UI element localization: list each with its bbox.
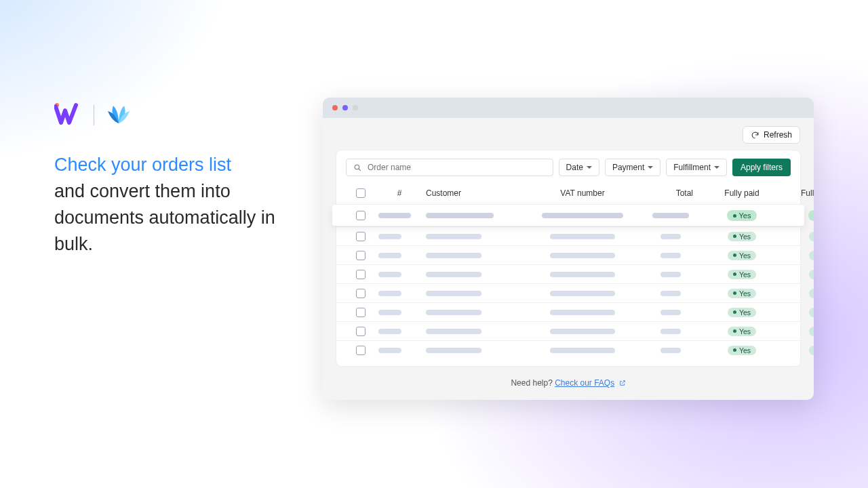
logo-divider xyxy=(94,105,94,125)
row-checkbox[interactable] xyxy=(356,270,366,279)
window-titlebar xyxy=(323,98,814,118)
row-checkbox[interactable] xyxy=(356,211,366,220)
fulfilled-badge: Yes xyxy=(809,346,814,355)
cell-hash-placeholder xyxy=(378,329,401,334)
cell-customer-placeholder xyxy=(426,253,481,258)
table-row[interactable]: YesYes xyxy=(336,226,800,245)
cell-customer-placeholder xyxy=(426,272,481,277)
window-dot-red xyxy=(332,105,338,110)
filter-fulfillment[interactable]: Fulfillment xyxy=(666,159,727,176)
cell-total-placeholder xyxy=(660,272,681,277)
fulfilled-badge: Yes xyxy=(809,232,814,241)
cell-vat-placeholder xyxy=(550,272,615,277)
cell-vat-placeholder xyxy=(550,310,615,315)
cell-hash-placeholder xyxy=(378,291,401,296)
paid-badge: Yes xyxy=(728,327,756,336)
apply-filters-label: Apply filters xyxy=(741,163,783,172)
cell-customer-placeholder xyxy=(426,291,481,296)
svg-point-1 xyxy=(355,165,359,169)
cell-hash-placeholder xyxy=(378,234,401,239)
table-row[interactable]: YesYes xyxy=(336,245,800,264)
row-checkbox[interactable] xyxy=(356,308,366,317)
filters-row: Date Payment Fulfillment Apply filters xyxy=(336,150,800,183)
cell-hash-placeholder xyxy=(378,310,401,315)
table-row[interactable]: YesYes xyxy=(336,283,800,302)
row-checkbox[interactable] xyxy=(356,251,366,260)
fulfilled-badge: Yes xyxy=(809,308,814,317)
window-dot-purple xyxy=(342,105,348,110)
headline-line1: Check your orders list xyxy=(54,155,231,175)
col-vat: VAT number xyxy=(525,187,640,199)
fulfilled-badge: Yes xyxy=(808,210,814,221)
filter-payment[interactable]: Payment xyxy=(605,159,660,176)
chevron-down-icon xyxy=(714,166,719,169)
paid-badge: Yes xyxy=(728,232,756,241)
row-checkbox[interactable] xyxy=(356,232,366,241)
cell-hash-placeholder xyxy=(378,213,411,218)
cell-hash-placeholder xyxy=(378,253,401,258)
col-total: Total xyxy=(640,187,701,199)
search-wrapper[interactable] xyxy=(346,159,553,176)
row-checkbox[interactable] xyxy=(356,327,366,336)
help-prefix: Need help? xyxy=(511,378,555,388)
filter-date-label: Date xyxy=(566,163,583,172)
logo-leaf-icon xyxy=(106,103,131,127)
paid-badge: Yes xyxy=(728,308,756,317)
cell-customer-placeholder xyxy=(426,234,481,239)
orders-card: Date Payment Fulfillment Apply filters #… xyxy=(336,150,800,366)
svg-line-2 xyxy=(359,169,361,171)
app-window: Refresh Date Payment Fulfillment Apply f… xyxy=(323,98,814,400)
table-row[interactable]: YesYes xyxy=(336,321,800,340)
select-all-checkbox[interactable] xyxy=(356,188,366,198)
paid-badge: Yes xyxy=(728,346,756,355)
col-fulfilled: Fully fulfilled xyxy=(783,187,814,199)
cell-vat-placeholder xyxy=(542,213,623,218)
row-checkbox[interactable] xyxy=(356,289,366,298)
paid-badge: Yes xyxy=(727,210,757,221)
filter-date[interactable]: Date xyxy=(559,159,599,176)
cell-hash-placeholder xyxy=(378,348,401,353)
cell-total-placeholder xyxy=(660,329,681,334)
paid-badge: Yes xyxy=(728,289,756,298)
headline-rest: and convert them into documents automati… xyxy=(54,181,275,254)
window-dot-grey xyxy=(353,105,358,110)
cell-vat-placeholder xyxy=(550,234,615,239)
cell-total-placeholder xyxy=(660,348,681,353)
orders-table: # Customer VAT number Total Fully paid F… xyxy=(336,183,800,359)
cell-vat-placeholder xyxy=(550,348,615,353)
help-link[interactable]: Check our FAQs xyxy=(555,378,614,388)
refresh-button[interactable]: Refresh xyxy=(743,126,800,144)
table-row[interactable]: YesYes xyxy=(336,340,800,359)
cell-total-placeholder xyxy=(660,253,681,258)
chevron-down-icon xyxy=(648,166,653,169)
apply-filters-button[interactable]: Apply filters xyxy=(732,159,791,176)
filter-fulfillment-label: Fulfillment xyxy=(673,163,711,172)
fulfilled-badge: Yes xyxy=(809,251,814,260)
refresh-icon xyxy=(751,131,760,140)
table-row[interactable]: YesYes xyxy=(336,302,800,321)
cell-vat-placeholder xyxy=(550,253,615,258)
table-row[interactable]: YesYes xyxy=(332,204,804,226)
row-checkbox[interactable] xyxy=(356,346,366,355)
refresh-label: Refresh xyxy=(764,130,792,140)
fulfilled-badge: Yes xyxy=(809,289,814,298)
col-hash: # xyxy=(376,187,423,199)
filter-payment-label: Payment xyxy=(612,163,644,172)
cell-customer-placeholder xyxy=(426,213,494,218)
external-link-icon xyxy=(619,380,626,386)
paid-badge: Yes xyxy=(728,270,756,279)
fulfilled-badge: Yes xyxy=(809,270,814,279)
col-customer: Customer xyxy=(423,187,525,199)
logo-row xyxy=(54,100,285,130)
search-icon xyxy=(353,163,362,172)
cell-hash-placeholder xyxy=(378,272,401,277)
logo-w-icon xyxy=(54,102,81,128)
table-row[interactable]: YesYes xyxy=(336,264,800,283)
cell-customer-placeholder xyxy=(426,310,481,315)
cell-customer-placeholder xyxy=(426,329,481,334)
headline: Check your orders list and convert them … xyxy=(54,152,285,258)
cell-total-placeholder xyxy=(660,291,681,296)
cell-total-placeholder xyxy=(652,213,689,218)
search-input[interactable] xyxy=(368,163,546,172)
fulfilled-badge: Yes xyxy=(809,327,814,336)
